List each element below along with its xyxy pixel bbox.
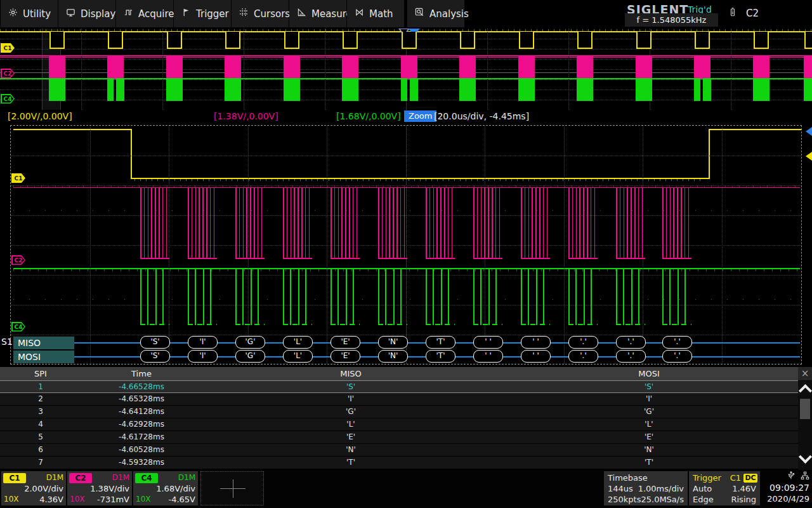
table-row[interactable]: 7-4.59328ms'T''T': [0, 457, 798, 469]
trigger-source: C1: [730, 473, 741, 483]
decode-bubble: 'L': [283, 336, 313, 349]
menu-item-math[interactable]: Math: [347, 0, 404, 27]
timebase-box[interactable]: Timebase 144us 1.00ms/div 250kpts 25.0MS…: [604, 471, 688, 505]
menu-item-cursors[interactable]: Cursors: [232, 0, 289, 27]
table-cell: 'I': [500, 393, 798, 405]
table-scrollbar[interactable]: [798, 381, 812, 470]
table-cell: 5: [0, 431, 81, 443]
scroll-down-icon[interactable]: [799, 450, 812, 464]
c1-trigger-level-marker-zoom[interactable]: [806, 152, 812, 161]
data-burst: [753, 78, 769, 101]
decode-bubble: ' ': [473, 336, 503, 349]
data-burst: [49, 78, 65, 101]
table-cell: 'T': [202, 457, 500, 469]
cs-low-pulse: [636, 32, 652, 49]
data-burst: [616, 268, 645, 325]
clock-burst: [331, 188, 360, 259]
clock-burst: [140, 188, 169, 259]
cs-noise: [134, 179, 705, 181]
c1-scale-label: [2.00V/,0.00V]: [8, 111, 72, 121]
decode-bubble: 'T': [426, 350, 455, 363]
frequency-readout: f = 1.548055kHz: [625, 13, 718, 27]
menu-item-label: Trigger: [196, 8, 229, 20]
c4-scale: 1.68V/div: [156, 484, 195, 493]
clock-burst: [188, 188, 217, 259]
col-header-miso: MISO: [202, 367, 500, 380]
c1-channel-marker[interactable]: C1: [11, 173, 25, 183]
c2-badge: C2: [69, 473, 92, 483]
clock-burst: [378, 188, 407, 259]
col-header-mosi: MOSI: [500, 367, 798, 380]
menu-item-trigger[interactable]: Trigger: [174, 0, 231, 27]
data-burst: [284, 78, 300, 101]
c1-badge: C1: [3, 473, 26, 483]
channel-box-c2[interactable]: C2 D1M 1.38V/div 10X -731mV: [67, 471, 132, 505]
col-header-time: Time: [81, 367, 202, 380]
table-cell: 'N': [500, 444, 798, 456]
cs-low-pulse: [284, 32, 299, 49]
channel-box-c4[interactable]: C4 D1M 1.68V/div 10X -4.65V: [133, 471, 198, 505]
menu-item-utility[interactable]: Utility: [1, 0, 58, 27]
acquire-icon: [124, 8, 133, 20]
scrollbar-thumb[interactable]: [800, 399, 810, 419]
analysis-icon: [415, 8, 424, 20]
table-row[interactable]: 2-4.65328ms'I''I': [0, 393, 798, 406]
c4-scale-label: [1.68V/,0.00V]: [336, 111, 401, 121]
c4-channel-marker[interactable]: C4: [11, 322, 25, 331]
timebase-scale: 1.00ms/div: [638, 484, 684, 493]
decode-bubble: '.': [616, 336, 646, 349]
c1-probe: 10X: [4, 495, 19, 504]
clock-burst: [107, 55, 124, 79]
table-cell: -4.60528ms: [81, 444, 202, 456]
c4-offset: -4.65V: [168, 495, 195, 504]
c4-probe: 10X: [136, 495, 151, 504]
table-cell: 'L': [202, 418, 500, 431]
c2-channel-marker[interactable]: C2: [1, 69, 15, 78]
c2-scale-label: [1.38V/,0.00V]: [214, 111, 278, 121]
table-row[interactable]: 3-4.64128ms'G''G': [0, 406, 798, 418]
system-date: 2020/4/29: [767, 494, 809, 504]
scroll-up-icon[interactable]: [799, 384, 812, 398]
table-row[interactable]: 4-4.62928ms'L''L': [0, 418, 798, 431]
table-cell: 1: [0, 381, 81, 392]
mosi-bus-label: MOSI: [13, 351, 74, 363]
menu-item-acquire[interactable]: Acquire: [116, 0, 173, 27]
menu-item-measure[interactable]: Measure: [289, 0, 346, 27]
cs-low-pulse: [804, 32, 812, 49]
c2-channel-marker[interactable]: C2: [11, 255, 25, 265]
decode-bubble: ' ': [521, 336, 551, 349]
table-cell: 'I': [202, 393, 500, 405]
table-row[interactable]: 5-4.61728ms'E''E': [0, 431, 798, 444]
c1-channel-marker[interactable]: C1: [1, 43, 15, 53]
data-burst: [694, 78, 700, 101]
table-row[interactable]: 1-4.66528ms'S''S': [0, 380, 798, 393]
table-cell: 'N': [202, 444, 500, 456]
data-burst: [378, 268, 407, 325]
decode-bubble: '.': [568, 350, 598, 363]
trigger-box[interactable]: Trigger C1 DC Auto 1.46V Edge Rising: [689, 471, 760, 505]
zoom-badge[interactable]: Zoom: [404, 110, 436, 122]
cs-rise-edge: [709, 129, 710, 179]
menu-item-display[interactable]: Display: [58, 0, 115, 27]
table-row[interactable]: 6-4.60528ms'N''N': [0, 444, 798, 457]
active-channel-indicator[interactable]: C2: [746, 8, 759, 19]
clock-burst: [342, 55, 358, 79]
add-channel-button[interactable]: [200, 471, 264, 505]
decode-bubble: 'T': [426, 336, 455, 349]
cs-low-pulse: [343, 32, 358, 49]
channel-box-c1[interactable]: C1 D1M 2.00V/div 10X 4.36V: [1, 471, 66, 505]
c4-channel-marker[interactable]: C4: [1, 94, 15, 104]
decode-bubble: 'E': [331, 336, 360, 349]
close-icon[interactable]: ×: [798, 367, 812, 380]
table-cell: 'G': [500, 406, 798, 418]
decode-bubble: 'N': [378, 350, 408, 363]
timebase-rate: 25.0MSa/s: [641, 495, 684, 504]
menu-item-analysis[interactable]: Analysis: [407, 0, 464, 27]
data-burst: [703, 78, 711, 101]
zoom-position-marker[interactable]: [806, 127, 812, 136]
clock-burst: [473, 188, 502, 259]
menu-item-label: Acquire: [138, 8, 174, 20]
table-cell: 6: [0, 444, 81, 456]
data-burst: [331, 268, 360, 325]
cs-fall-edge: [131, 129, 132, 179]
